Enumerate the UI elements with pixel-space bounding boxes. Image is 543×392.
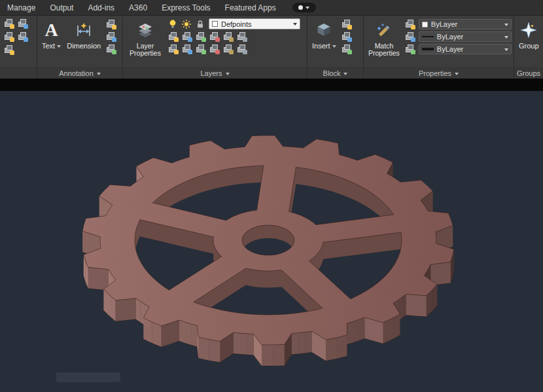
sun-icon[interactable] bbox=[181, 19, 192, 29]
group-button-label: Group bbox=[519, 43, 539, 50]
panel-title-groups[interactable]: Groups bbox=[514, 67, 543, 79]
color-swatch bbox=[422, 22, 428, 27]
viewport[interactable] bbox=[0, 91, 543, 392]
command-hint bbox=[56, 372, 120, 382]
layer-merge-icon[interactable] bbox=[222, 44, 234, 54]
panel-title-layers[interactable]: Layers bbox=[123, 67, 307, 79]
block-attributes-icon[interactable] bbox=[341, 44, 352, 54]
ribbon-tab-featured-apps[interactable]: Featured Apps bbox=[218, 0, 283, 16]
panel-title-label: Layers bbox=[200, 69, 222, 77]
layer-properties-icon bbox=[136, 19, 154, 41]
annotation-side-tools bbox=[105, 18, 116, 67]
properties-side-tools bbox=[404, 18, 415, 67]
layer-isolate-icon[interactable] bbox=[167, 31, 179, 42]
chevron-down-icon bbox=[343, 73, 347, 77]
match-properties-label: Match Properties bbox=[368, 43, 400, 57]
layer-match-icon[interactable] bbox=[167, 44, 179, 54]
layer-select-dropdown[interactable]: Defpoints bbox=[209, 18, 300, 29]
ribbon-tab-manage[interactable]: Manage bbox=[0, 0, 43, 16]
markup-icon[interactable] bbox=[105, 44, 116, 54]
insert-block-icon bbox=[315, 19, 332, 41]
ribbon-tabs: ManageOutputAdd-insA360Express ToolsFeat… bbox=[0, 0, 283, 15]
chevron-down-icon bbox=[504, 36, 508, 41]
table-icon[interactable] bbox=[105, 31, 116, 42]
ribbon-tab-express-tools[interactable]: Express Tools bbox=[154, 0, 217, 16]
create-block-icon[interactable] bbox=[341, 31, 352, 42]
object-color-dropdown[interactable]: ByLayer bbox=[419, 19, 512, 29]
ribbon: A Text bbox=[0, 16, 543, 79]
layer-freeze-icon[interactable] bbox=[195, 31, 206, 42]
panel-title-partial bbox=[0, 67, 37, 79]
bulb-icon[interactable] bbox=[167, 19, 179, 29]
layer-lock-icon[interactable] bbox=[222, 31, 234, 42]
dimension-button[interactable]: Dimension bbox=[65, 18, 102, 67]
group-button[interactable]: Group bbox=[517, 18, 540, 67]
chevron-down-icon bbox=[455, 73, 459, 77]
ribbon-tab-add-ins[interactable]: Add-ins bbox=[80, 0, 122, 16]
chevron-down-icon bbox=[57, 45, 61, 50]
panel-title-label: Groups bbox=[517, 69, 540, 77]
gear-model[interactable] bbox=[0, 91, 543, 392]
paint-brush-icon[interactable] bbox=[17, 18, 28, 29]
layer-unisolate-icon[interactable] bbox=[181, 31, 192, 42]
panel-partial-left bbox=[0, 16, 37, 79]
text-icon: A bbox=[44, 20, 58, 40]
layer-properties-button[interactable]: Layer Properties bbox=[126, 18, 164, 67]
text-button[interactable]: A Text bbox=[41, 18, 62, 67]
object-color-value: ByLayer bbox=[431, 20, 457, 28]
group-icon bbox=[520, 19, 537, 41]
layer-states-icon[interactable] bbox=[209, 44, 220, 54]
partial-tools-row3 bbox=[3, 45, 34, 55]
ribbon-options-pill[interactable] bbox=[292, 3, 316, 12]
layer-delete-icon[interactable] bbox=[236, 44, 247, 54]
lock-icon[interactable] bbox=[195, 19, 206, 29]
chevron-down-icon bbox=[97, 73, 101, 77]
layer-properties-label: Layer Properties bbox=[128, 43, 163, 57]
ribbon-tab-a360[interactable]: A360 bbox=[122, 0, 154, 16]
linetype-dropdown[interactable]: ByLayer bbox=[419, 31, 512, 42]
panel-title-properties[interactable]: Properties bbox=[364, 67, 514, 79]
panel-title-label: Annotation bbox=[59, 69, 94, 77]
lineweight-value: ByLayer bbox=[437, 45, 463, 53]
insert-button[interactable]: Insert bbox=[311, 18, 338, 67]
ribbon-tab-output[interactable]: Output bbox=[43, 0, 80, 16]
layer-walk-icon[interactable] bbox=[195, 44, 206, 54]
layer-off-icon[interactable] bbox=[209, 31, 220, 42]
dimension-icon bbox=[75, 19, 92, 41]
panel-title-annotation[interactable]: Annotation bbox=[37, 67, 122, 79]
partial-tools-row1 bbox=[3, 18, 34, 29]
panel-title-label: Block bbox=[323, 69, 341, 77]
polygon-icon[interactable] bbox=[3, 31, 14, 42]
chevron-down-icon bbox=[332, 45, 336, 50]
dimension-button-label: Dimension bbox=[67, 43, 101, 50]
layer-tools-row1 bbox=[167, 31, 300, 42]
autocad-window: ManageOutputAdd-insA360Express ToolsFeat… bbox=[0, 0, 543, 392]
properties-settings-icon[interactable] bbox=[404, 44, 415, 54]
hatch-icon[interactable] bbox=[17, 31, 28, 42]
layer-status-swatch bbox=[212, 21, 218, 27]
chevron-down-icon bbox=[504, 48, 508, 53]
file-tab-strip bbox=[0, 79, 543, 91]
edit-block-icon[interactable] bbox=[341, 19, 352, 29]
chevron-down-icon bbox=[504, 24, 508, 28]
layer-tools-row2 bbox=[167, 44, 300, 54]
lineweight-preview-icon bbox=[422, 48, 434, 50]
properties-palette-icon[interactable] bbox=[404, 31, 415, 42]
text-align-icon[interactable] bbox=[3, 18, 14, 29]
chevron-down-icon bbox=[293, 23, 297, 27]
match-properties-icon bbox=[376, 19, 393, 41]
lineweight-dropdown[interactable]: ByLayer bbox=[419, 44, 512, 54]
text-button-label: Text bbox=[42, 43, 55, 50]
panel-properties: Match Properties ByLayer ByLayer bbox=[364, 16, 514, 79]
layer-unlock-icon[interactable] bbox=[236, 31, 247, 42]
match-properties-button[interactable]: Match Properties bbox=[367, 18, 401, 67]
partial-tools-row2 bbox=[3, 31, 34, 42]
properties-list-icon[interactable] bbox=[404, 19, 415, 29]
extra-tool-icon[interactable] bbox=[3, 45, 14, 55]
layer-previous-icon[interactable] bbox=[181, 44, 192, 54]
chevron-down-icon bbox=[306, 7, 309, 11]
record-dot-icon bbox=[298, 5, 303, 10]
block-side-tools bbox=[341, 18, 352, 67]
multileader-icon[interactable] bbox=[105, 19, 116, 29]
panel-title-block[interactable]: Block bbox=[307, 67, 363, 79]
